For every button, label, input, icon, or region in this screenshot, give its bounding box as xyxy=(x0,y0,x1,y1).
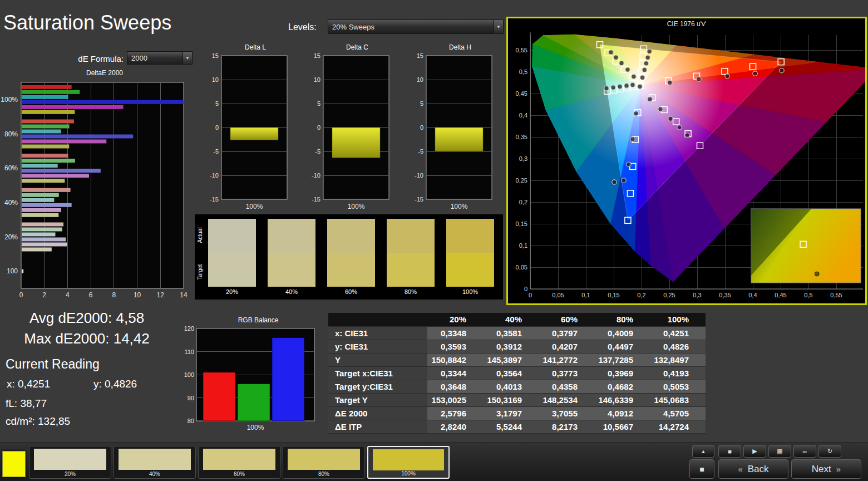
svg-text:0,1: 0,1 xyxy=(581,292,590,298)
table-cell: 3,1797 xyxy=(483,406,539,420)
svg-text:0: 0 xyxy=(19,291,23,299)
next-button-label: Next xyxy=(812,464,831,475)
levels-dropdown[interactable]: 20% Sweeps ▼ xyxy=(328,19,504,34)
deltae-bar-magenta xyxy=(22,140,106,144)
table-header-20%: 20% xyxy=(427,313,483,326)
cie-measured-cyan xyxy=(624,84,629,88)
next-button[interactable]: Next » xyxy=(791,459,861,479)
play-button[interactable]: ▶ xyxy=(743,445,766,458)
table-header-60%: 60% xyxy=(539,313,594,326)
deltae-bar-red xyxy=(22,188,71,192)
stop-button[interactable]: ■ xyxy=(718,445,741,458)
stop-large-button[interactable]: ■ xyxy=(689,459,714,479)
svg-text:10: 10 xyxy=(212,76,219,83)
svg-text:100: 100 xyxy=(7,267,18,275)
table-cell: 0,3797 xyxy=(539,326,594,340)
back-button[interactable]: « Back xyxy=(718,459,788,479)
cie-measured-cyan xyxy=(604,86,609,90)
deltae-bar-white xyxy=(22,269,23,273)
table-cell: 150,8842 xyxy=(427,353,483,366)
delta-c-chart-title: Delta C xyxy=(322,43,392,51)
cie-measured-yellow xyxy=(640,75,644,80)
svg-text:5: 5 xyxy=(215,100,219,107)
deltae-bar-yellow xyxy=(22,213,58,217)
deltae-bar-cyan xyxy=(22,233,55,237)
svg-text:5: 5 xyxy=(317,100,320,107)
deltae-bar-green xyxy=(22,90,80,94)
table-cell: 141,2772 xyxy=(539,353,594,366)
current-y-stat: y: 0,4826 xyxy=(93,378,137,390)
svg-text:0,55: 0,55 xyxy=(516,47,527,53)
comparison-cell-label: 80% xyxy=(387,288,435,295)
cie-measured-white xyxy=(638,84,642,89)
chevron-down-icon: ▼ xyxy=(494,20,503,33)
row-label: ΔE ITP xyxy=(328,420,427,433)
row-label: Target Y xyxy=(328,393,427,406)
svg-text:0: 0 xyxy=(317,124,320,131)
scroll-up-button[interactable]: ▲ xyxy=(692,445,714,458)
delta_l-bar xyxy=(230,127,278,140)
svg-text:12: 12 xyxy=(157,291,165,299)
table-cell: 0,4207 xyxy=(539,340,594,353)
de-formula-dropdown[interactable]: 2000 ▼ xyxy=(127,51,193,65)
table-cell: 4,0912 xyxy=(594,406,650,420)
table-cell: 0,4013 xyxy=(483,380,539,393)
svg-text:0,15: 0,15 xyxy=(608,292,619,298)
table-cell: 0,3581 xyxy=(483,326,539,340)
table-cell: 10,5667 xyxy=(594,420,650,433)
table-header-80%: 80% xyxy=(594,313,650,326)
level-button-swatch xyxy=(203,449,275,470)
table-cell: 0,4826 xyxy=(650,340,706,353)
svg-text:-10: -10 xyxy=(415,172,423,179)
svg-text:110: 110 xyxy=(184,349,194,355)
level-button-60%[interactable]: 60% xyxy=(198,446,280,479)
level-button-100%[interactable]: 100% xyxy=(367,446,450,479)
comparison-cells: 20%40%60%80%100% xyxy=(208,219,494,295)
levels-label: Levels: xyxy=(288,22,317,32)
comparison-cell-20%: 20% xyxy=(208,219,256,295)
stop-icon: ■ xyxy=(699,465,704,474)
deltae-bar-yellow xyxy=(22,110,75,114)
page-title: Saturation Sweeps xyxy=(3,11,171,35)
avg-de2000-stat: Avg dE2000: 4,58 xyxy=(0,310,174,327)
deltae-bar-red xyxy=(22,120,74,124)
deltae-bar-magenta xyxy=(22,208,61,212)
svg-text:0,05: 0,05 xyxy=(516,264,527,271)
table-cell: 0,4193 xyxy=(650,366,706,380)
table-cell: 0,4682 xyxy=(594,380,650,393)
cie-measured-green xyxy=(619,61,624,65)
comparison-cell-100%: 100% xyxy=(446,219,494,295)
next-chevron-icon: » xyxy=(836,464,841,474)
repeat-button[interactable]: ↻ xyxy=(818,445,841,458)
pattern-button[interactable]: ▦ xyxy=(768,445,791,458)
level-button-40%[interactable]: 40% xyxy=(114,446,196,479)
current-x-stat: x: 0,4251 xyxy=(7,378,50,390)
deltae-bar-blue xyxy=(22,238,66,242)
cie-measured-red xyxy=(668,80,672,85)
deltae-bar-red xyxy=(22,85,72,89)
deltae-bar-cyan xyxy=(22,164,58,168)
table-cell: 0,3773 xyxy=(539,366,594,380)
table-cell: 0,4009 xyxy=(594,326,650,340)
back-button-label: Back xyxy=(748,464,769,475)
deltae-bar-blue xyxy=(22,203,72,207)
table-cell: 0,3348 xyxy=(427,326,483,340)
table-row-x-cie31: x: CIE310,33480,35810,37970,40090,4251 xyxy=(328,326,706,340)
svg-text:-10: -10 xyxy=(312,172,320,179)
level-button-80%[interactable]: 80% xyxy=(283,446,365,479)
target-swatch xyxy=(327,253,375,287)
deltae-bar-red xyxy=(22,154,68,158)
level-button-20%[interactable]: 20% xyxy=(29,446,111,479)
cie-diagram-plot: 000,050,050,10,10,150,150,20,20,250,250,… xyxy=(508,18,865,303)
rgb-bar-red xyxy=(203,372,235,421)
cie-measured-blue xyxy=(634,111,638,116)
table-cell: 5,5244 xyxy=(483,420,539,433)
level-button-swatch xyxy=(119,449,191,470)
continuous-button[interactable]: ∞ xyxy=(793,445,816,458)
table-row-target-y-cie31: Target y:CIE310,36480,40130,43580,46820,… xyxy=(328,380,706,393)
table-cell: 3,7055 xyxy=(539,406,594,420)
svg-text:0,3: 0,3 xyxy=(693,292,701,298)
table-row-y-cie31: y: CIE310,35930,39120,42070,44970,4826 xyxy=(328,340,706,353)
svg-text:0,25: 0,25 xyxy=(663,292,675,298)
deltae-bar-blue xyxy=(22,100,184,104)
